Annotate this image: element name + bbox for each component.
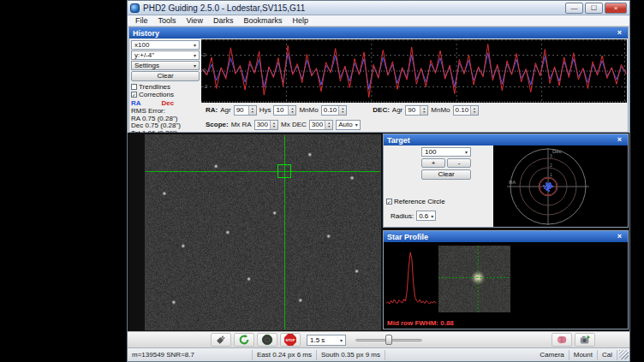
graph-length-select[interactable]: x100 ▾ — [131, 40, 200, 50]
ra-hysteresis-spinner[interactable]: 10▴▾ — [273, 105, 296, 116]
maximize-button[interactable]: ☐ — [585, 3, 603, 14]
menu-help[interactable]: Help — [287, 15, 313, 27]
dec-guide-mode-select[interactable]: Auto▾ — [336, 120, 360, 130]
fwhm-readout: Mid row FWHM: 0.88 — [387, 319, 454, 327]
camera-frame-canvas[interactable] — [146, 135, 380, 329]
corrections-label: Corrections — [139, 91, 174, 98]
star-profile-close-icon[interactable]: × — [615, 232, 624, 241]
status-south: South 0.35 px 9 ms — [317, 350, 385, 360]
radius-select[interactable]: 0.6▾ — [416, 211, 436, 221]
legend-ra: RA — [131, 99, 141, 107]
trendlines-label: Trendlines — [139, 83, 170, 91]
status-camera: Camera — [535, 350, 569, 360]
main-toolbar: STOP 1.5 s ▾ — [128, 331, 629, 347]
crosshair-horizontal-line — [146, 171, 380, 172]
stop-button[interactable]: STOP — [280, 333, 301, 347]
chevron-down-icon: ▾ — [340, 337, 343, 343]
window-title: PHD2 Guiding 2.5.0 - Lodestar,SV115,G11 — [143, 3, 305, 13]
ra-mnmo-label: MnMo — [299, 106, 318, 114]
target-bullseye-svg: 123DecRA — [493, 145, 628, 227]
minimize-button[interactable]: — — [565, 3, 583, 14]
corrections-checkbox[interactable]: ✓ Corrections — [131, 91, 200, 98]
dec-aggression-value: 90 — [406, 106, 420, 115]
star-profile-title: Star Profile — [387, 233, 428, 241]
connect-equipment-button[interactable] — [211, 333, 231, 347]
trendlines-checkbox[interactable]: Trendlines — [131, 83, 200, 91]
target-panel: Target × 100 ▾ + - Clear — [383, 134, 629, 228]
menu-bookmarks[interactable]: Bookmarks — [238, 15, 287, 27]
history-caption[interactable]: History × — [129, 27, 628, 39]
max-ra-duration-spinner[interactable]: 300▴▾ — [254, 120, 278, 130]
ra-hysteresis-value: 10 — [274, 106, 288, 115]
radius-value: 0.6 — [419, 212, 428, 220]
settings-button[interactable]: Settings ▾ — [131, 61, 200, 70]
spinner-arrows-icon[interactable]: ▴▾ — [338, 106, 346, 115]
chevron-down-icon: ▾ — [194, 62, 196, 68]
spinner-arrows-icon[interactable]: ▴▾ — [470, 106, 478, 115]
status-cal: Cal — [598, 350, 617, 360]
ra-minmove-value: 0.10 — [322, 106, 339, 115]
advanced-settings-button[interactable] — [552, 333, 572, 347]
radius-label: Radius: — [391, 212, 414, 220]
target-close-icon[interactable]: × — [615, 135, 624, 145]
stretch-slider[interactable] — [355, 334, 422, 346]
close-button[interactable]: × — [605, 3, 627, 14]
target-zoom-in-button[interactable]: + — [421, 158, 445, 168]
chevron-down-icon: ▾ — [194, 42, 196, 48]
spinner-arrows-icon[interactable]: ▴▾ — [270, 121, 277, 129]
target-title: Target — [387, 136, 410, 145]
camera-settings-button[interactable] — [575, 333, 595, 347]
history-panel: History × x100 ▾ y:+/-4" ▾ Settings ▾ — [128, 27, 629, 133]
scope-label: Scope: — [206, 121, 229, 128]
title-bar[interactable]: PHD2 Guiding 2.5.0 - Lodestar,SV115,G11 … — [128, 1, 629, 15]
menu-tools[interactable]: Tools — [153, 15, 182, 27]
reference-circle-checkbox[interactable]: ✓ Reference Circle — [386, 198, 445, 205]
loop-arrows-icon — [238, 334, 250, 346]
chevron-down-icon: ▾ — [465, 149, 468, 155]
resize-grip[interactable] — [619, 350, 629, 359]
clear-graph-button[interactable]: Clear — [131, 71, 200, 81]
client-area: Target × 100 ▾ + - Clear — [128, 133, 629, 331]
mxra-label: Mx RA — [231, 121, 252, 128]
guide-camera-image[interactable] — [145, 134, 381, 330]
target-controls: 100 ▾ + - Clear ✓ Reference Circle — [384, 145, 493, 227]
target-clear-button[interactable]: Clear — [421, 169, 471, 180]
exposure-select[interactable]: 1.5 s ▾ — [307, 335, 346, 346]
max-dec-duration-value: 300 — [310, 121, 325, 129]
loop-exposures-button[interactable] — [234, 333, 254, 347]
graph-scale-select[interactable]: y:+/-4" ▾ — [131, 50, 200, 60]
target-bullseye-plot: 123DecRA — [493, 145, 628, 227]
spinner-arrows-icon[interactable]: ▴▾ — [288, 106, 295, 115]
svg-text:RA: RA — [509, 180, 516, 185]
target-caption[interactable]: Target × — [384, 134, 628, 145]
ra-minmove-spinner[interactable]: 0.10▴▾ — [321, 105, 348, 116]
svg-text:1: 1 — [550, 172, 552, 177]
camera-icon — [579, 334, 591, 346]
menu-view[interactable]: View — [182, 15, 208, 27]
graph-ylabel-top: 2 — [203, 52, 206, 57]
guide-button[interactable] — [257, 333, 277, 347]
dec-aggression-spinner[interactable]: 90▴▾ — [405, 105, 428, 116]
spinner-arrows-icon[interactable]: ▴▾ — [325, 121, 332, 129]
spinner-arrows-icon[interactable]: ▴▾ — [248, 106, 256, 115]
checkbox-box-checked: ✓ — [131, 92, 137, 98]
dec-mnmo-label: MnMo — [431, 106, 450, 114]
slider-thumb[interactable] — [385, 335, 392, 345]
desktop-background: PHD2 Guiding 2.5.0 - Lodestar,SV115,G11 … — [0, 0, 644, 362]
max-dec-duration-spinner[interactable]: 300▴▾ — [309, 120, 333, 130]
usb-plug-icon — [215, 334, 227, 346]
dec-minmove-spinner[interactable]: 0.10▴▾ — [453, 105, 480, 116]
star-profile-caption[interactable]: Star Profile × — [384, 231, 628, 242]
ra-aggression-spinner[interactable]: 90▴▾ — [234, 105, 257, 116]
menu-file[interactable]: File — [130, 15, 153, 27]
history-close-icon[interactable]: × — [615, 28, 624, 38]
status-mount: Mount — [569, 350, 598, 360]
guide-target-icon — [261, 334, 273, 346]
history-controls: x100 ▾ y:+/-4" ▾ Settings ▾ Clear Trend — [129, 39, 201, 132]
target-zoom-out-button[interactable]: - — [447, 158, 471, 168]
menu-darks[interactable]: Darks — [208, 15, 239, 27]
graph-ylabel-mid: 0 — [203, 68, 206, 73]
target-zoom-select[interactable]: 100 ▾ — [421, 147, 471, 157]
spinner-arrows-icon[interactable]: ▴▾ — [420, 106, 427, 115]
hys-label: Hys — [259, 106, 271, 114]
